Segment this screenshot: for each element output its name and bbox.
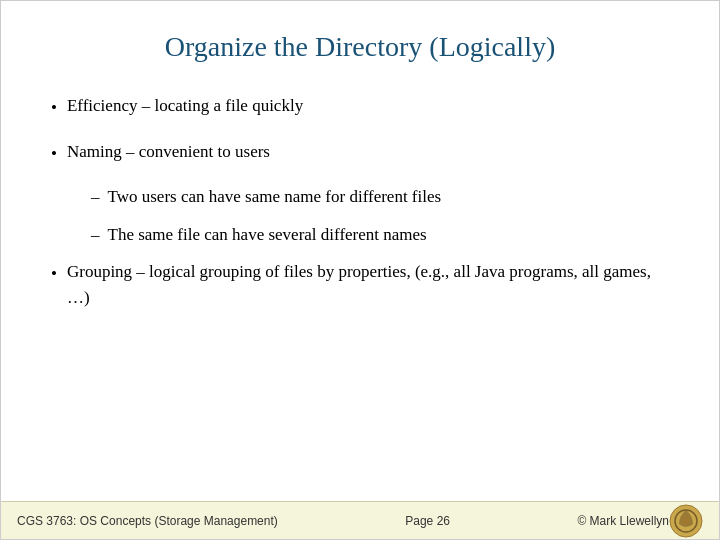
bullet-dot-1: • [51, 95, 57, 121]
sub-dash-2: – [91, 222, 100, 248]
bullet-efficiency: • Efficiency – locating a file quickly [51, 93, 669, 121]
bullet-dot-3: • [51, 261, 57, 287]
bullet-grouping: • Grouping – logical grouping of files b… [51, 259, 669, 310]
naming-text: Naming – convenient to users [67, 139, 270, 165]
footer-page: Page 26 [405, 514, 450, 528]
grouping-text: Grouping – logical grouping of files by … [67, 259, 669, 310]
sub-dash-1: – [91, 184, 100, 210]
sub-bullet-1: – Two users can have same name for diffe… [91, 184, 669, 210]
footer-copyright: © Mark Llewellyn [577, 514, 669, 528]
slide-title: Organize the Directory (Logically) [51, 31, 669, 63]
sub-bullet-1-text: Two users can have same name for differe… [108, 184, 442, 210]
footer-right-group: © Mark Llewellyn [577, 504, 703, 538]
slide: Organize the Directory (Logically) • Eff… [0, 0, 720, 540]
footer-left: CGS 3763: OS Concepts (Storage Managemen… [17, 514, 278, 528]
bullet-naming: • Naming – convenient to users [51, 139, 669, 167]
sub-bullet-2: – The same file can have several differe… [91, 222, 669, 248]
bullet-list: • Efficiency – locating a file quickly •… [51, 93, 669, 166]
svg-point-2 [682, 517, 690, 525]
footer-logo [669, 504, 703, 538]
bullet-dot-2: • [51, 141, 57, 167]
footer: CGS 3763: OS Concepts (Storage Managemen… [1, 501, 719, 539]
efficiency-text: Efficiency – locating a file quickly [67, 93, 303, 119]
sub-bullet-2-text: The same file can have several different… [108, 222, 427, 248]
slide-content: Organize the Directory (Logically) • Eff… [1, 1, 719, 501]
